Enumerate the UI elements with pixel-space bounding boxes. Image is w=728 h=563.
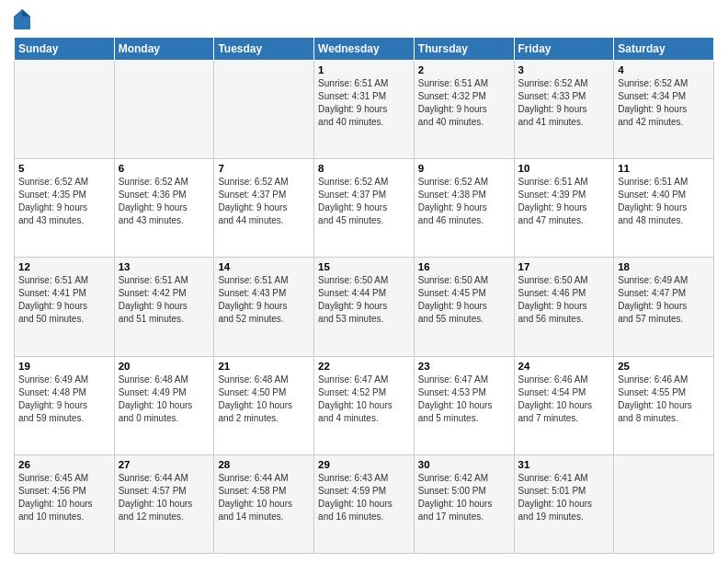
- day-number: 30: [418, 459, 510, 470]
- day-number: 2: [418, 64, 510, 75]
- weekday-header-monday: Monday: [114, 38, 214, 61]
- calendar-cell: 26Sunrise: 6:45 AM Sunset: 4:56 PM Dayli…: [15, 454, 115, 553]
- day-info: Sunrise: 6:51 AM Sunset: 4:41 PM Dayligh…: [18, 274, 110, 326]
- day-info: Sunrise: 6:49 AM Sunset: 4:48 PM Dayligh…: [18, 373, 110, 425]
- calendar-cell: 15Sunrise: 6:50 AM Sunset: 4:44 PM Dayli…: [314, 258, 415, 356]
- day-info: Sunrise: 6:46 AM Sunset: 4:55 PM Dayligh…: [618, 373, 710, 425]
- day-info: Sunrise: 6:47 AM Sunset: 4:53 PM Dayligh…: [418, 373, 510, 425]
- weekday-header-thursday: Thursday: [414, 38, 514, 61]
- day-number: 18: [618, 261, 710, 272]
- calendar-cell: 27Sunrise: 6:44 AM Sunset: 4:57 PM Dayli…: [114, 454, 214, 553]
- calendar-cell: 7Sunrise: 6:52 AM Sunset: 4:37 PM Daylig…: [214, 159, 314, 258]
- weekday-header-saturday: Saturday: [614, 38, 714, 61]
- logo: [14, 9, 34, 29]
- calendar-cell: 3Sunrise: 6:52 AM Sunset: 4:33 PM Daylig…: [514, 61, 614, 159]
- day-info: Sunrise: 6:52 AM Sunset: 4:38 PM Dayligh…: [418, 176, 510, 227]
- day-number: 21: [218, 361, 310, 372]
- page: SundayMondayTuesdayWednesdayThursdayFrid…: [0, 0, 728, 563]
- day-info: Sunrise: 6:52 AM Sunset: 4:33 PM Dayligh…: [518, 77, 610, 129]
- calendar-cell: 29Sunrise: 6:43 AM Sunset: 4:59 PM Dayli…: [314, 454, 415, 553]
- day-info: Sunrise: 6:49 AM Sunset: 4:47 PM Dayligh…: [618, 274, 710, 326]
- calendar-cell: [614, 454, 714, 553]
- day-number: 1: [318, 64, 410, 75]
- svg-marker-1: [22, 9, 30, 17]
- calendar-cell: 4Sunrise: 6:52 AM Sunset: 4:34 PM Daylig…: [614, 61, 714, 159]
- day-number: 31: [518, 459, 610, 470]
- calendar-cell: 23Sunrise: 6:47 AM Sunset: 4:53 PM Dayli…: [414, 356, 514, 454]
- day-number: 6: [119, 163, 210, 174]
- day-info: Sunrise: 6:52 AM Sunset: 4:37 PM Dayligh…: [218, 176, 310, 227]
- calendar-cell: 20Sunrise: 6:48 AM Sunset: 4:49 PM Dayli…: [114, 356, 214, 454]
- calendar-cell: 28Sunrise: 6:44 AM Sunset: 4:58 PM Dayli…: [214, 454, 314, 553]
- day-number: 14: [218, 261, 310, 272]
- calendar-cell: 21Sunrise: 6:48 AM Sunset: 4:50 PM Dayli…: [214, 356, 314, 454]
- calendar-cell: 14Sunrise: 6:51 AM Sunset: 4:43 PM Dayli…: [214, 258, 314, 356]
- day-number: 29: [318, 459, 410, 470]
- calendar-cell: 8Sunrise: 6:52 AM Sunset: 4:37 PM Daylig…: [314, 159, 415, 258]
- day-number: 22: [318, 361, 410, 372]
- day-info: Sunrise: 6:50 AM Sunset: 4:45 PM Dayligh…: [418, 274, 510, 326]
- day-info: Sunrise: 6:52 AM Sunset: 4:34 PM Dayligh…: [618, 77, 710, 129]
- calendar-cell: 2Sunrise: 6:51 AM Sunset: 4:32 PM Daylig…: [414, 61, 514, 159]
- day-info: Sunrise: 6:50 AM Sunset: 4:46 PM Dayligh…: [518, 274, 610, 326]
- day-info: Sunrise: 6:48 AM Sunset: 4:49 PM Dayligh…: [119, 373, 210, 425]
- weekday-header-wednesday: Wednesday: [314, 38, 415, 61]
- day-number: 11: [618, 163, 710, 174]
- day-number: 27: [119, 459, 210, 470]
- calendar-cell: 30Sunrise: 6:42 AM Sunset: 5:00 PM Dayli…: [414, 454, 514, 553]
- day-info: Sunrise: 6:43 AM Sunset: 4:59 PM Dayligh…: [318, 472, 410, 523]
- day-number: 17: [518, 261, 610, 272]
- day-number: 12: [18, 261, 110, 272]
- day-info: Sunrise: 6:47 AM Sunset: 4:52 PM Dayligh…: [318, 373, 410, 425]
- calendar-cell: 9Sunrise: 6:52 AM Sunset: 4:38 PM Daylig…: [414, 159, 514, 258]
- day-number: 13: [119, 261, 210, 272]
- calendar-cell: 25Sunrise: 6:46 AM Sunset: 4:55 PM Dayli…: [614, 356, 714, 454]
- weekday-header-sunday: Sunday: [15, 38, 115, 61]
- day-number: 3: [518, 64, 610, 75]
- day-info: Sunrise: 6:44 AM Sunset: 4:57 PM Dayligh…: [119, 472, 210, 523]
- calendar-cell: 17Sunrise: 6:50 AM Sunset: 4:46 PM Dayli…: [514, 258, 614, 356]
- day-number: 4: [618, 64, 710, 75]
- calendar-cell: 31Sunrise: 6:41 AM Sunset: 5:01 PM Dayli…: [514, 454, 614, 553]
- day-number: 23: [418, 361, 510, 372]
- day-number: 19: [18, 361, 110, 372]
- day-number: 24: [518, 361, 610, 372]
- logo-icon: [14, 9, 30, 29]
- day-info: Sunrise: 6:52 AM Sunset: 4:35 PM Dayligh…: [18, 176, 110, 227]
- day-info: Sunrise: 6:51 AM Sunset: 4:43 PM Dayligh…: [218, 274, 310, 326]
- day-info: Sunrise: 6:51 AM Sunset: 4:39 PM Dayligh…: [518, 176, 610, 227]
- day-info: Sunrise: 6:42 AM Sunset: 5:00 PM Dayligh…: [418, 472, 510, 523]
- calendar-cell: 12Sunrise: 6:51 AM Sunset: 4:41 PM Dayli…: [15, 258, 115, 356]
- day-number: 26: [18, 459, 110, 470]
- day-number: 7: [218, 163, 310, 174]
- calendar-cell: 10Sunrise: 6:51 AM Sunset: 4:39 PM Dayli…: [514, 159, 614, 258]
- day-number: 15: [318, 261, 410, 272]
- day-info: Sunrise: 6:51 AM Sunset: 4:31 PM Dayligh…: [318, 77, 410, 129]
- calendar-table: SundayMondayTuesdayWednesdayThursdayFrid…: [14, 37, 714, 554]
- calendar-cell: 1Sunrise: 6:51 AM Sunset: 4:31 PM Daylig…: [314, 61, 415, 159]
- calendar-cell: 16Sunrise: 6:50 AM Sunset: 4:45 PM Dayli…: [414, 258, 514, 356]
- day-info: Sunrise: 6:50 AM Sunset: 4:44 PM Dayligh…: [318, 274, 410, 326]
- calendar-cell: [214, 61, 314, 159]
- day-info: Sunrise: 6:45 AM Sunset: 4:56 PM Dayligh…: [18, 472, 110, 523]
- day-number: 16: [418, 261, 510, 272]
- day-info: Sunrise: 6:48 AM Sunset: 4:50 PM Dayligh…: [218, 373, 310, 425]
- day-number: 5: [18, 163, 110, 174]
- day-number: 8: [318, 163, 410, 174]
- weekday-header-tuesday: Tuesday: [214, 38, 314, 61]
- calendar-cell: 11Sunrise: 6:51 AM Sunset: 4:40 PM Dayli…: [614, 159, 714, 258]
- day-info: Sunrise: 6:52 AM Sunset: 4:36 PM Dayligh…: [119, 176, 210, 227]
- header: [14, 9, 714, 29]
- calendar-cell: 18Sunrise: 6:49 AM Sunset: 4:47 PM Dayli…: [614, 258, 714, 356]
- calendar-cell: 6Sunrise: 6:52 AM Sunset: 4:36 PM Daylig…: [114, 159, 214, 258]
- calendar-cell: [15, 61, 115, 159]
- day-info: Sunrise: 6:44 AM Sunset: 4:58 PM Dayligh…: [218, 472, 310, 523]
- day-number: 20: [119, 361, 210, 372]
- calendar-cell: 13Sunrise: 6:51 AM Sunset: 4:42 PM Dayli…: [114, 258, 214, 356]
- day-info: Sunrise: 6:51 AM Sunset: 4:40 PM Dayligh…: [618, 176, 710, 227]
- calendar-cell: [114, 61, 214, 159]
- weekday-header-friday: Friday: [514, 38, 614, 61]
- calendar-cell: 5Sunrise: 6:52 AM Sunset: 4:35 PM Daylig…: [15, 159, 115, 258]
- day-info: Sunrise: 6:51 AM Sunset: 4:42 PM Dayligh…: [119, 274, 210, 326]
- day-number: 10: [518, 163, 610, 174]
